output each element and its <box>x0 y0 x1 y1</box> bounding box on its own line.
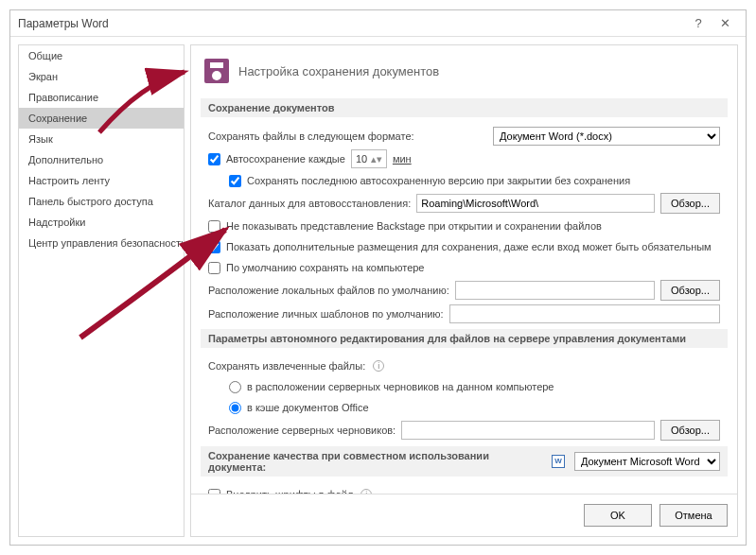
word-options-dialog: Параметры Word ? ✕ Общие Экран Правописа… <box>9 9 747 546</box>
drafts-location-radio[interactable] <box>229 381 241 393</box>
save-icon <box>204 59 229 83</box>
autorecover-browse-button[interactable]: Обзор... <box>660 193 720 214</box>
autosave-unit: мин <box>393 153 412 165</box>
section-offline-head: Параметры автономного редактирования для… <box>201 329 728 348</box>
extracted-label: Сохранять извлеченные файлы: <box>208 360 365 372</box>
page-title: Настройка сохранения документов <box>238 64 439 78</box>
drafts-path-label: Расположение серверных черновиков: <box>208 425 396 436</box>
drafts-location-label: в расположении серверных черновиков на д… <box>247 381 554 392</box>
sidebar-item-ribbon[interactable]: Настроить ленту <box>19 170 184 191</box>
drafts-path-input[interactable] <box>401 421 655 440</box>
sidebar-item-general[interactable]: Общие <box>19 45 184 66</box>
autosave-checkbox[interactable] <box>208 153 220 165</box>
autorecover-input[interactable] <box>416 194 655 213</box>
titlebar: Параметры Word ? ✕ <box>10 10 746 37</box>
sidebar-item-qat[interactable]: Панель быстрого доступа <box>19 191 184 212</box>
templates-input[interactable] <box>449 304 720 323</box>
section-save-head: Сохранение документов <box>201 98 728 117</box>
local-files-browse-button[interactable]: Обзор... <box>660 280 720 301</box>
sidebar-item-save[interactable]: Сохранение <box>19 108 184 129</box>
templates-label: Расположение личных шаблонов по умолчани… <box>208 308 444 320</box>
info-icon[interactable]: i <box>373 360 384 372</box>
sidebar-item-display[interactable]: Экран <box>19 66 184 87</box>
help-button[interactable]: ? <box>685 16 712 30</box>
show-extra-label: Показать дополнительные размещения для с… <box>226 241 712 252</box>
fidelity-doc-select[interactable]: Документ Microsoft Word <box>574 452 720 471</box>
close-button[interactable]: ✕ <box>712 16 738 30</box>
no-backstage-checkbox[interactable] <box>208 220 220 233</box>
office-cache-radio[interactable] <box>229 402 241 414</box>
section-fidelity-head: Сохранение качества при совместном испол… <box>201 446 728 477</box>
sidebar-item-advanced[interactable]: Дополнительно <box>19 149 184 170</box>
drafts-browse-button[interactable]: Обзор... <box>660 420 720 441</box>
sidebar-item-trust[interactable]: Центр управления безопасностью <box>19 233 184 253</box>
sidebar-item-addins[interactable]: Надстройки <box>19 212 184 233</box>
sidebar-item-proofing[interactable]: Правописание <box>19 87 184 108</box>
word-doc-icon <box>552 455 565 468</box>
format-select[interactable]: Документ Word (*.docx) <box>493 127 720 146</box>
default-computer-checkbox[interactable] <box>208 262 220 274</box>
no-backstage-label: Не показывать представление Backstage пр… <box>226 220 602 232</box>
autosave-label: Автосохранение каждые <box>226 153 345 165</box>
show-extra-checkbox[interactable] <box>208 241 220 253</box>
sidebar-item-language[interactable]: Язык <box>19 129 184 149</box>
keep-last-checkbox[interactable] <box>229 175 241 187</box>
default-computer-label: По умолчанию сохранять на компьютере <box>226 262 424 273</box>
dialog-title: Параметры Word <box>18 17 685 30</box>
autosave-minutes-input[interactable]: 10▴▾ <box>351 149 387 168</box>
local-files-input[interactable] <box>455 281 655 300</box>
ok-button[interactable]: OK <box>584 504 652 527</box>
format-label: Сохранять файлы в следующем формате: <box>208 130 414 142</box>
page-header: Настройка сохранения документов <box>201 53 728 95</box>
dialog-body: Общие Экран Правописание Сохранение Язык… <box>10 37 746 545</box>
local-files-label: Расположение локальных файлов по умолчан… <box>208 285 449 296</box>
autorecover-label: Каталог данных для автовосстановления: <box>208 198 411 209</box>
sidebar: Общие Экран Правописание Сохранение Язык… <box>18 44 185 537</box>
office-cache-label: в кэше документов Office <box>247 402 369 413</box>
cancel-button[interactable]: Отмена <box>659 504 728 527</box>
keep-last-label: Сохранять последнюю автосохраненную верс… <box>247 175 630 186</box>
main-panel: Настройка сохранения документов Сохранен… <box>190 44 738 537</box>
dialog-footer: OK Отмена <box>191 494 737 536</box>
